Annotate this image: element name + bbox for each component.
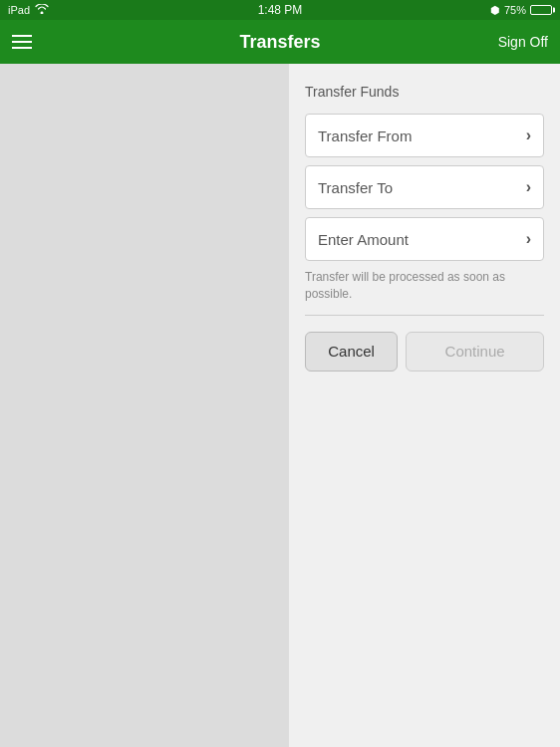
status-time: 1:48 PM (258, 3, 303, 17)
info-text: Transfer will be processed as soon as po… (305, 269, 544, 303)
main-layout: Transfer Funds Transfer From › Transfer … (0, 64, 560, 747)
transfer-from-chevron: › (526, 126, 531, 144)
buttons-row: Cancel Continue (305, 332, 544, 372)
enter-amount-chevron: › (526, 230, 531, 248)
right-panel: Transfer Funds Transfer From › Transfer … (289, 64, 560, 747)
battery-percent: 75% (504, 4, 526, 16)
status-bar: iPad 1:48 PM ⬢ 75% (0, 0, 560, 20)
status-right: ⬢ 75% (490, 4, 552, 17)
divider (305, 315, 544, 316)
section-title: Transfer Funds (305, 84, 544, 100)
left-panel (0, 64, 289, 747)
battery-icon (530, 5, 552, 15)
transfer-to-field[interactable]: Transfer To › (305, 165, 544, 209)
enter-amount-label: Enter Amount (318, 231, 409, 248)
bluetooth-icon: ⬢ (490, 4, 500, 17)
sign-off-button[interactable]: Sign Off (498, 34, 548, 50)
enter-amount-field[interactable]: Enter Amount › (305, 217, 544, 261)
device-label: iPad (8, 4, 30, 16)
transfer-from-field[interactable]: Transfer From › (305, 114, 544, 157)
nav-bar: Transfers Sign Off (0, 20, 560, 64)
menu-button[interactable] (12, 35, 32, 49)
wifi-icon (35, 4, 49, 16)
cancel-button[interactable]: Cancel (305, 332, 398, 372)
status-left: iPad (8, 4, 49, 16)
continue-button[interactable]: Continue (406, 332, 544, 372)
page-title: Transfers (239, 32, 320, 53)
transfer-to-label: Transfer To (318, 179, 393, 196)
transfer-from-label: Transfer From (318, 127, 412, 144)
transfer-to-chevron: › (526, 178, 531, 196)
